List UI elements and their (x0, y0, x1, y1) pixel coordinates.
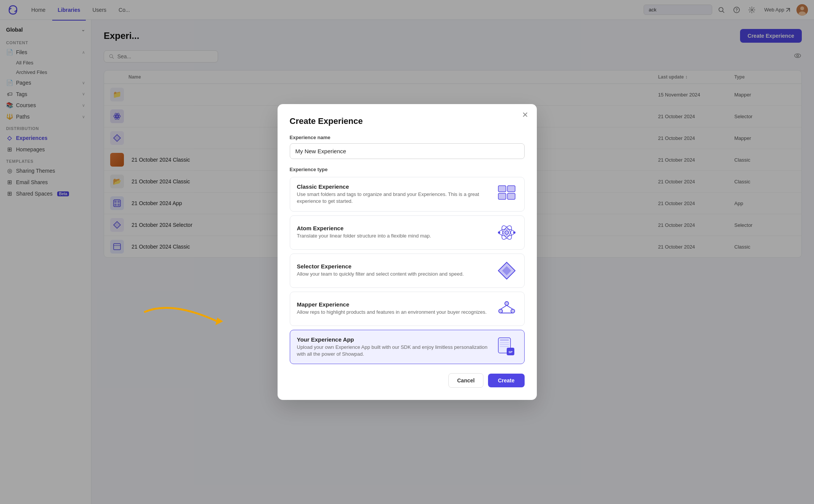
exp-type-app-desc: Upload your own Experience App built wit… (297, 344, 490, 358)
svg-line-38 (501, 305, 507, 309)
exp-type-mapper-text: Mapper Experience Allow reps to highligh… (297, 301, 490, 316)
modal-footer: Cancel Create (290, 373, 525, 388)
svg-rect-41 (500, 339, 509, 341)
svg-point-28 (505, 231, 509, 234)
create-button[interactable]: Create (488, 374, 525, 387)
svg-point-32 (513, 231, 515, 234)
svg-rect-26 (498, 193, 506, 199)
svg-rect-42 (500, 342, 509, 343)
exp-type-classic-title: Classic Experience (297, 183, 490, 190)
exp-type-app-title: Your Experience App (297, 336, 490, 343)
cancel-button[interactable]: Cancel (448, 373, 483, 388)
exp-type-atom-text: Atom Experience Translate your linear fo… (297, 225, 490, 239)
exp-type-atom-card[interactable]: Atom Experience Translate your linear fo… (290, 215, 525, 250)
exp-type-app-text: Your Experience App Upload your own Expe… (297, 336, 490, 358)
exp-type-classic-card[interactable]: Classic Experience Use smart folders and… (290, 177, 525, 211)
mapper-exp-icon (496, 298, 517, 319)
exp-type-mapper-desc: Allow reps to highlight products and fea… (297, 309, 490, 316)
modal-close-button[interactable]: ✕ (522, 111, 528, 119)
modal-title: Create Experience (290, 116, 525, 126)
exp-type-app-card[interactable]: Your Experience App Upload your own Expe… (290, 330, 525, 364)
svg-rect-44 (500, 346, 509, 347)
experience-type-label: Experience type (290, 167, 525, 172)
experience-name-input[interactable] (290, 143, 525, 159)
svg-rect-24 (498, 186, 506, 192)
svg-rect-43 (500, 344, 509, 345)
svg-text:SP: SP (508, 350, 512, 354)
modal-overlay[interactable]: ✕ Create Experience Experience name Expe… (0, 0, 814, 504)
exp-type-selector-title: Selector Experience (297, 263, 490, 270)
selector-exp-icon (496, 260, 517, 281)
svg-point-34 (505, 302, 509, 305)
svg-rect-27 (507, 193, 515, 199)
experience-name-label: Experience name (290, 135, 525, 140)
exp-type-selector-desc: Allow your team to quickly filter and se… (297, 271, 490, 278)
svg-point-36 (499, 309, 503, 313)
svg-marker-23 (215, 318, 223, 325)
svg-point-33 (498, 231, 500, 234)
exp-type-classic-desc: Use smart folders and tags to organize a… (297, 191, 490, 205)
app-exp-icon: SP (496, 336, 517, 358)
exp-type-selector-card[interactable]: Selector Experience Allow your team to q… (290, 254, 525, 288)
exp-type-atom-desc: Translate your linear folder structure i… (297, 233, 490, 239)
atom-exp-icon (496, 222, 517, 243)
classic-exp-icon (496, 183, 517, 205)
svg-line-37 (507, 305, 513, 309)
create-experience-modal: ✕ Create Experience Experience name Expe… (278, 104, 537, 400)
exp-type-atom-title: Atom Experience (297, 225, 490, 231)
svg-point-35 (511, 309, 515, 313)
exp-type-selector-text: Selector Experience Allow your team to q… (297, 263, 490, 278)
arrow-annotation (141, 297, 225, 327)
exp-type-mapper-card[interactable]: Mapper Experience Allow reps to highligh… (290, 292, 525, 326)
exp-type-classic-text: Classic Experience Use smart folders and… (297, 183, 490, 205)
exp-type-mapper-title: Mapper Experience (297, 301, 490, 308)
svg-rect-25 (507, 186, 515, 192)
